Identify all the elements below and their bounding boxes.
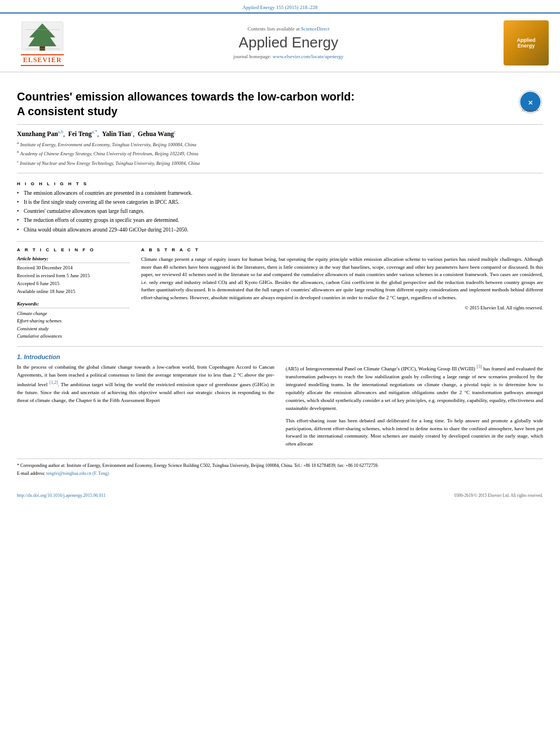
keyword-item: Cumulative allowances [17,333,130,340]
sciencedirect-anchor[interactable]: ScienceDirect [301,26,329,32]
crossmark-badge: ✕ CrossMark [518,89,543,116]
highlights-list: The emission allowances of countries are… [17,190,543,234]
elsevier-text-label: ELSEVIER [21,54,64,66]
abstract-text: Climate change present a range of equity… [141,256,543,302]
keyword-item: Consistent study [17,325,130,333]
main-content: Countries' emission allowances towards t… [0,72,560,486]
keywords-section: Keywords: Climate change Effort-sharing … [17,301,130,340]
elsevier-tree-icon [17,19,68,53]
author-xunzhang-pan: Xunzhang Pan [17,130,58,137]
body-two-col: In the process of combating the global c… [17,364,543,453]
article-info-col: A R T I C L E I N F O Article history: R… [17,247,130,340]
article-title: Countries' emission allowances towards t… [17,89,355,119]
article-info-heading: A R T I C L E I N F O [17,247,130,252]
doi-link[interactable]: http://dx.doi.org/10.1016/j.apenergy.201… [17,492,106,498]
sciencedirect-link[interactable]: Contents lists available at ScienceDirec… [73,26,504,32]
affil-c: c Institute of Nuclear and New Energy Te… [17,159,543,167]
affiliations: a Institute of Energy, Environment and E… [17,140,543,173]
highlight-item: The reduction efforts of country groups … [17,217,543,224]
journal-main-title: Applied Energy [73,34,504,51]
article-title-section: Countries' emission allowances towards t… [17,81,543,125]
crossmark-icon: ✕ CrossMark [518,89,543,115]
body-left: In the process of combating the global c… [17,364,274,453]
homepage-url[interactable]: www.elsevier.com/locate/apenergy [273,54,344,59]
elsevier-logo: ELSEVIER [11,19,73,66]
body-right: (AR5) of Intergovernmental Panel on Clim… [286,364,543,453]
body-left-para1: In the process of combating the global c… [17,364,274,405]
email-label: E-mail address: [17,471,45,476]
body-content: 1. Introduction In the process of combat… [17,347,543,453]
section1-title: 1. Introduction [17,353,543,360]
accepted-date: Accepted 6 June 2015 [17,281,130,287]
footnote-email: E-mail address: tengfei@tsinghua.edu.cn … [17,470,543,477]
received-date: Received 30 December 2014 [17,265,130,272]
authors-section: Xunzhang Pana,b, Fei Tenga,*, Yalin Tian… [17,125,543,176]
author-yalin-tian: Yalin Tian [102,130,131,137]
page: Applied Energy 155 (2015) 218–228 ELSEVI… [0,0,560,747]
body-right-para1: (AR5) of Intergovernmental Panel on Clim… [286,364,543,413]
journal-title-block: Contents lists available at ScienceDirec… [73,26,504,59]
keywords-label: Keywords: [17,301,130,308]
article-history-label: Article history: [17,256,130,263]
highlight-item: Countries' cumulative allowances span la… [17,208,543,215]
svg-rect-2 [40,46,45,50]
abstract-heading: A B S T R A C T [141,247,543,252]
journal-header: Applied Energy 155 (2015) 218–228 [0,0,560,14]
svg-text:✕: ✕ [528,99,533,106]
keyword-item: Climate change [17,310,130,318]
email-address[interactable]: tengfei@tsinghua.edu.cn (F. Teng). [46,471,110,476]
body-right-para2: This effort-sharing issue has been debat… [286,417,543,449]
highlights-heading: H I G H L I G H T S [17,181,543,186]
highlight-item: It is the first single study covering al… [17,199,543,206]
revised-date: Received in revised form 5 June 2015 [17,273,130,279]
affil-b: b Academy of Chinese Energy Strategy, Ch… [17,149,543,158]
article-info-abstract-section: A R T I C L E I N F O Article history: R… [17,242,543,347]
keywords-list: Climate change Effort-sharing schemes Co… [17,310,130,340]
footnote-section: * Corresponding author at: Institute of … [17,458,543,476]
affil-a: a Institute of Energy, Environment and E… [17,140,543,148]
highlight-item: China would obtain allowances around 229… [17,226,543,234]
available-date: Available online 18 June 2015 [17,289,130,295]
author-gehua-wang: Gehua Wang [138,130,174,137]
authors-line: Xunzhang Pana,b, Fei Tenga,*, Yalin Tian… [17,129,543,137]
journal-ref: Applied Energy 155 (2015) 218–228 [0,5,560,10]
applied-energy-badge: Applied Energy [504,20,549,65]
author-fei-teng: Fei Teng [68,130,92,137]
abstract-copyright: © 2015 Elsevier Ltd. All rights reserved… [141,305,543,311]
svg-text:CrossMark: CrossMark [522,108,539,112]
footnote-corresponding-author: * Corresponding author at: Institute of … [17,462,543,469]
keyword-item: Effort-sharing schemes [17,317,130,325]
issn-line: 0306-2619/© 2015 Elsevier Ltd. All right… [454,493,543,498]
header-strip: ELSEVIER Contents lists available at Sci… [0,14,560,72]
highlights-section: H I G H L I G H T S The emission allowan… [17,176,543,242]
highlight-item: The emission allowances of countries are… [17,190,543,197]
doi-anchor[interactable]: http://dx.doi.org/10.1016/j.apenergy.201… [17,493,106,498]
page-footer: http://dx.doi.org/10.1016/j.apenergy.201… [0,490,560,501]
journal-homepage: journal homepage: www.elsevier.com/locat… [73,54,504,59]
abstract-col: A B S T R A C T Climate change present a… [141,247,543,340]
